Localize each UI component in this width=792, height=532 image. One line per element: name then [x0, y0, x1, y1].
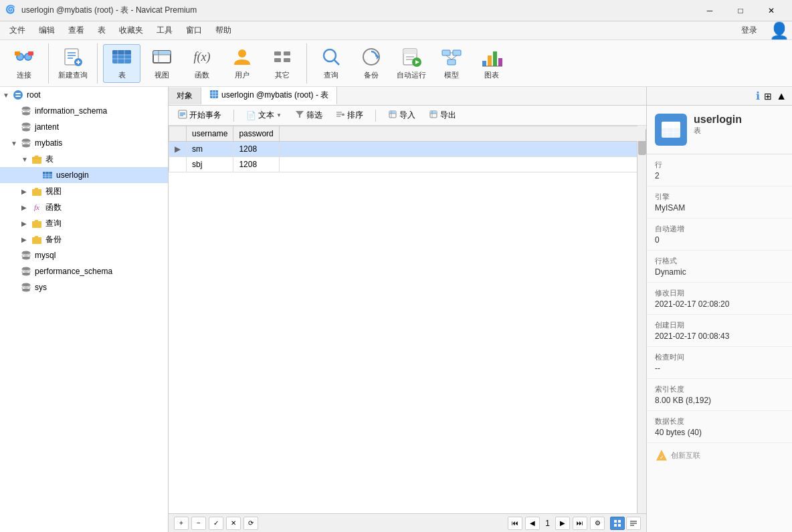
connect-button[interactable]: 连接	[5, 44, 43, 83]
sys-icon	[20, 281, 32, 293]
delete-row-button[interactable]: −	[191, 517, 206, 530]
sidebar-item-performance-schema[interactable]: performance_schema	[0, 263, 168, 279]
menu-help[interactable]: 帮助	[209, 22, 238, 39]
sidebar-item-views[interactable]: ▶ 视图	[0, 183, 168, 199]
toolbar-group-objects: 表 视图 f(x) 函数 用户	[103, 43, 307, 84]
other-tool-button[interactable]: 其它	[264, 44, 301, 83]
sub-divider-1	[233, 110, 234, 122]
confirm-button[interactable]: ✓	[209, 517, 223, 530]
index-length-value: 8.00 KB (8,192)	[655, 396, 784, 405]
svg-rect-99	[614, 524, 617, 527]
menu-table[interactable]: 表	[91, 22, 112, 39]
function-tool-button[interactable]: f(x) 函数	[183, 44, 221, 83]
sidebar-item-mysql[interactable]: mysql	[0, 247, 168, 263]
svg-point-74	[22, 289, 30, 292]
grid-view-button[interactable]	[610, 517, 625, 530]
cell-password-1[interactable]: 1208	[233, 142, 279, 157]
sidebar-item-functions[interactable]: ▶ fx 函数	[0, 199, 168, 215]
window-controls: ─ □ ✕	[694, 0, 787, 21]
sidebar-item-jantent[interactable]: jantent	[0, 119, 168, 135]
view-toggle	[610, 517, 641, 530]
form-view-button[interactable]	[626, 517, 641, 530]
content-area: 对象 userlogin @mybatis (root) - 表	[169, 87, 646, 532]
filter-button[interactable]: 筛选	[291, 108, 326, 122]
scrollbar-vertical[interactable]	[637, 126, 646, 513]
menu-edit[interactable]: 编辑	[32, 22, 62, 39]
sidebar-item-queries[interactable]: ▶ 查询	[0, 215, 168, 231]
autorun-tool-label: 自动运行	[397, 70, 426, 80]
info-check-time: 检查时间 --	[647, 347, 792, 379]
begin-transaction-button[interactable]: 开始事务	[174, 108, 225, 122]
col-password[interactable]: password	[233, 126, 279, 142]
query-tool-button[interactable]: 查询	[312, 44, 350, 83]
tab-active-label: userlogin @mybatis (root) - 表	[221, 90, 328, 101]
rows-value: 2	[655, 171, 784, 180]
text-button[interactable]: 📄 文本 ▼	[242, 108, 286, 122]
svg-rect-105	[662, 122, 680, 128]
minimize-button[interactable]: ─	[694, 0, 725, 21]
close-button[interactable]: ✕	[756, 0, 787, 21]
mysql-label: mysql	[35, 251, 56, 260]
model-tool-button[interactable]: 模型	[433, 44, 470, 83]
new-query-button[interactable]: 新建查询	[54, 44, 92, 83]
import-button[interactable]: 导入	[384, 108, 419, 122]
cell-password-2[interactable]: 1208	[233, 157, 279, 172]
prev-page-button[interactable]: ◀	[525, 517, 540, 530]
user-tool-button[interactable]: 用户	[223, 44, 261, 83]
table-tool-button[interactable]: 表	[103, 44, 140, 83]
menu-file[interactable]: 文件	[3, 22, 32, 39]
sidebar-item-userlogin[interactable]: userlogin	[0, 167, 168, 183]
sidebar-item-root[interactable]: ▼ root	[0, 87, 168, 103]
mysql-icon	[20, 249, 32, 261]
tab-userlogin[interactable]: userlogin @mybatis (root) - 表	[201, 87, 337, 105]
svg-point-72	[22, 273, 30, 276]
sidebar-item-tables[interactable]: ▼ 表	[0, 151, 168, 167]
query-tool-icon	[320, 46, 342, 68]
grid-toggle-button[interactable]: ⊞	[764, 91, 772, 102]
first-page-button[interactable]: ⏮	[508, 517, 522, 530]
text-dropdown-arrow: ▼	[276, 112, 282, 118]
title-bar: 🌀 userlogin @mybatis (root) - 表 - Navica…	[0, 0, 792, 21]
chart-tool-button[interactable]: 图表	[473, 44, 510, 83]
cell-username-1[interactable]: sm	[187, 142, 233, 157]
menu-tools[interactable]: 工具	[150, 22, 179, 39]
backup-tool-button[interactable]: 备份	[353, 44, 390, 83]
svg-rect-102	[630, 523, 637, 524]
cancel-edit-button[interactable]: ✕	[226, 517, 241, 530]
view-tool-button[interactable]: 视图	[143, 44, 181, 83]
sort-button[interactable]: 排序	[332, 108, 367, 122]
col-username[interactable]: username	[187, 126, 233, 142]
autorun-tool-button[interactable]: 自动运行	[393, 44, 430, 83]
info-engine: 引擎 MyISAM	[647, 186, 792, 219]
row-indicator-1: ▶	[169, 142, 187, 157]
login-button[interactable]: 登录	[734, 22, 764, 39]
user-avatar[interactable]: 👤	[769, 21, 789, 40]
tab-objects[interactable]: 对象	[169, 88, 201, 104]
export-button[interactable]: 导出	[425, 108, 460, 122]
settings-button[interactable]: ⚙	[590, 517, 605, 530]
svg-rect-39	[442, 50, 450, 55]
connect-label: 连接	[17, 70, 31, 80]
menu-view[interactable]: 查看	[62, 22, 91, 39]
next-page-button[interactable]: ▶	[555, 517, 570, 530]
add-row-button[interactable]: +	[174, 517, 189, 530]
svg-rect-52	[15, 96, 21, 97]
refresh-button[interactable]: ⟳	[243, 517, 258, 530]
last-page-button[interactable]: ⏭	[573, 517, 587, 530]
menu-window[interactable]: 窗口	[179, 22, 209, 39]
sidebar-item-mybatis[interactable]: ▼ mybatis	[0, 135, 168, 151]
sidebar-item-sys[interactable]: sys	[0, 279, 168, 295]
sidebar-item-information-schema[interactable]: information_schema	[0, 103, 168, 119]
cell-username-2[interactable]: sbj	[187, 157, 233, 172]
maximize-button[interactable]: □	[725, 0, 756, 21]
svg-point-58	[22, 144, 30, 148]
menu-favorites[interactable]: 收藏夹	[112, 22, 150, 39]
svg-point-54	[22, 112, 30, 116]
auto-inc-label: 自动递增	[655, 224, 784, 234]
sidebar-item-backup[interactable]: ▶ 备份	[0, 231, 168, 247]
table-row[interactable]: ▶ sm 1208	[169, 142, 646, 157]
collapse-panel-button[interactable]: ▲	[776, 90, 787, 102]
svg-point-50	[13, 90, 23, 100]
info-button[interactable]: ℹ	[756, 90, 760, 102]
table-row[interactable]: sbj 1208	[169, 157, 646, 172]
